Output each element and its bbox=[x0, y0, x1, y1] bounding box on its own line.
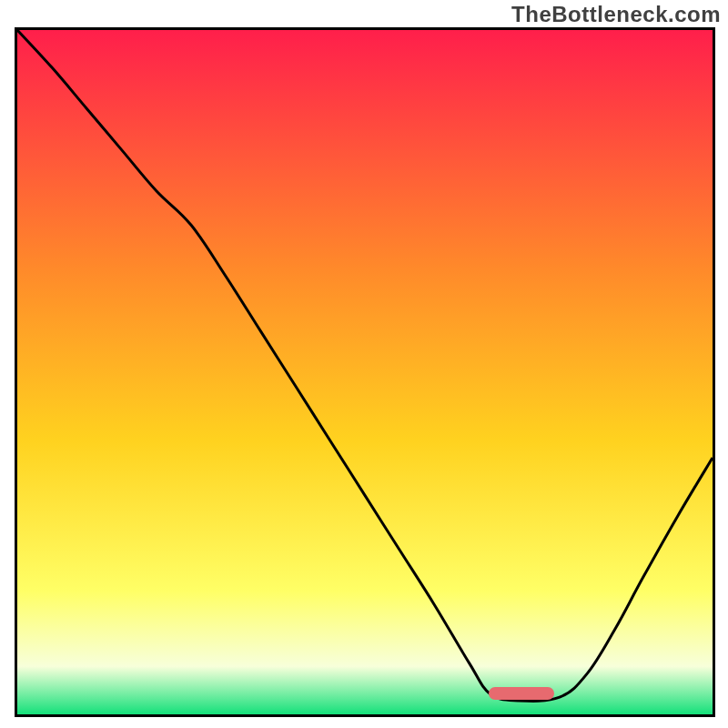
plot-svg bbox=[0, 0, 728, 728]
gradient-background bbox=[17, 30, 713, 714]
chart-stage: TheBottleneck.com bbox=[0, 0, 728, 728]
optimal-marker bbox=[489, 687, 555, 700]
